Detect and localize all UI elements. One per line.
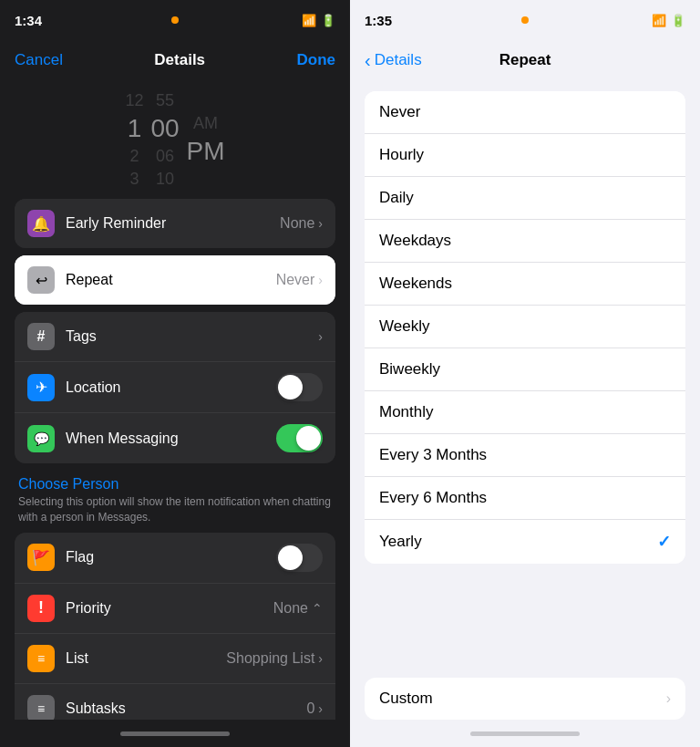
minute-column[interactable]: 55 00 06 10	[150, 91, 179, 189]
repeat-option-monthly[interactable]: Monthly	[365, 391, 685, 434]
flag-toggle[interactable]	[276, 544, 323, 572]
right-nav-bar: ‹ Details Repeat	[350, 40, 700, 80]
right-status-icons: 📶 🔋	[652, 14, 685, 27]
back-button[interactable]: ‹ Details	[365, 50, 422, 71]
left-home-bar	[120, 731, 230, 736]
back-label: Details	[375, 51, 422, 69]
subtasks-item[interactable]: ≡ Subtasks 0 ›	[15, 684, 335, 720]
when-messaging-item[interactable]: 💬 When Messaging	[15, 413, 335, 463]
choose-person-desc: Selecting this option will show the item…	[18, 494, 332, 533]
list-item[interactable]: ≡ List Shopping List ›	[15, 634, 335, 684]
priority-icon: !	[27, 595, 55, 622]
custom-chevron-icon: ›	[666, 690, 671, 707]
group1: 🔔 Early Reminder None ›	[15, 199, 335, 248]
repeat-option-never[interactable]: Never	[365, 91, 685, 134]
left-nav-bar: Cancel Details Done	[0, 40, 350, 80]
repeat-option-every-6-months[interactable]: Every 6 Months	[365, 477, 685, 520]
repeat-chevron: ›	[318, 273, 323, 287]
choose-person-link[interactable]: Choose Person	[18, 471, 332, 494]
when-messaging-toggle[interactable]	[276, 424, 323, 452]
repeat-item-container: ↩ Repeat Never ›	[15, 255, 335, 305]
custom-section[interactable]: Custom ›	[365, 678, 685, 720]
hour-column[interactable]: 12 1 2 3	[125, 91, 143, 189]
list-chevron: ›	[318, 651, 323, 666]
subtasks-chevron: ›	[318, 701, 323, 716]
cancel-button[interactable]: Cancel	[15, 51, 63, 69]
right-nav-title: Repeat	[499, 51, 551, 69]
flag-icon: 🚩	[27, 544, 55, 571]
subtasks-label: Subtasks	[66, 700, 295, 717]
group2: # Tags › ✈ Location 💬 When Messaging	[15, 312, 335, 463]
list-icon: ≡	[27, 645, 55, 672]
repeat-option-biweekly[interactable]: Biweekly	[365, 348, 685, 391]
early-reminder-value: None ›	[280, 215, 323, 232]
section-gap	[365, 564, 685, 586]
right-home-bar	[470, 731, 580, 736]
priority-chevron: ⌃	[312, 601, 323, 616]
repeat-option-weekdays[interactable]: Weekdays	[365, 220, 685, 263]
location-toggle[interactable]	[276, 373, 323, 401]
repeat-label: Repeat	[66, 272, 265, 288]
left-home-indicator	[0, 720, 350, 747]
early-reminder-icon: 🔔	[27, 210, 55, 237]
early-reminder-label: Early Reminder	[66, 215, 269, 232]
priority-value: None ⌃	[273, 600, 323, 617]
subtasks-value: 0 ›	[306, 700, 323, 717]
custom-label: Custom	[379, 690, 433, 708]
tags-label: Tags	[66, 328, 307, 345]
left-panel: 1:34 📶 🔋 Cancel Details Done 12 1 2 3 55…	[0, 0, 350, 747]
repeat-list-container: Never Hourly Daily Weekdays Weekends Wee…	[350, 80, 700, 678]
repeat-option-daily[interactable]: Daily	[365, 177, 685, 220]
right-orange-dot	[521, 16, 529, 24]
ampm-column[interactable]: AM PM	[187, 114, 225, 166]
flag-item[interactable]: 🚩 Flag	[15, 533, 335, 584]
location-label: Location	[66, 379, 265, 396]
right-battery-icon: 🔋	[671, 14, 685, 27]
group3: 🚩 Flag ! Priority None ⌃ ≡ List Shopping…	[15, 533, 335, 720]
back-chevron-icon: ‹	[365, 50, 371, 71]
early-reminder-chevron: ›	[318, 216, 323, 231]
repeat-item[interactable]: ↩ Repeat Never ›	[15, 255, 335, 305]
flag-label: Flag	[66, 549, 265, 565]
repeat-option-every-3-months[interactable]: Every 3 Months	[365, 434, 685, 477]
list-label: List	[66, 650, 215, 667]
choose-person-section: Choose Person Selecting this option will…	[15, 471, 335, 533]
battery-icon: 🔋	[321, 14, 335, 27]
repeat-icon: ↩	[27, 266, 55, 294]
right-status-bar: 1:35 📶 🔋	[350, 0, 700, 40]
repeat-list: Never Hourly Daily Weekdays Weekends Wee…	[365, 91, 685, 564]
tags-item[interactable]: # Tags ›	[15, 312, 335, 362]
left-status-icons: 📶 🔋	[302, 14, 335, 27]
right-wifi-icon: 📶	[652, 14, 666, 27]
left-status-bar: 1:34 📶 🔋	[0, 0, 350, 40]
right-panel: 1:35 📶 🔋 ‹ Details Repeat Never Hourly D…	[350, 0, 700, 747]
yearly-checkmark: ✓	[657, 532, 671, 552]
wifi-icon: 📶	[302, 14, 316, 27]
early-reminder-item[interactable]: 🔔 Early Reminder None ›	[15, 199, 335, 248]
list-value: Shopping List ›	[226, 650, 323, 667]
priority-item[interactable]: ! Priority None ⌃	[15, 584, 335, 634]
tags-icon: #	[27, 323, 55, 350]
left-time: 1:34	[15, 13, 42, 28]
when-messaging-icon: 💬	[27, 425, 55, 452]
repeat-option-hourly[interactable]: Hourly	[365, 134, 685, 177]
repeat-value: Never ›	[276, 272, 323, 288]
right-home-indicator	[350, 720, 700, 747]
left-orange-dot	[171, 16, 179, 24]
priority-label: Priority	[66, 600, 262, 617]
when-messaging-label: When Messaging	[66, 431, 265, 447]
repeat-option-yearly[interactable]: Yearly ✓	[365, 520, 685, 564]
repeat-option-weekends[interactable]: Weekends	[365, 263, 685, 306]
right-time: 1:35	[365, 13, 392, 28]
tags-chevron: ›	[318, 329, 323, 344]
settings-list: 🔔 Early Reminder None › ↩ Repeat Never ›	[0, 199, 350, 720]
location-item[interactable]: ✈ Location	[15, 362, 335, 413]
subtasks-icon: ≡	[27, 695, 55, 720]
left-nav-title: Details	[154, 51, 205, 69]
time-picker[interactable]: 12 1 2 3 55 00 06 10 AM PM	[0, 80, 350, 199]
done-button[interactable]: Done	[296, 51, 335, 69]
repeat-option-weekly[interactable]: Weekly	[365, 306, 685, 348]
location-icon: ✈	[27, 374, 55, 401]
